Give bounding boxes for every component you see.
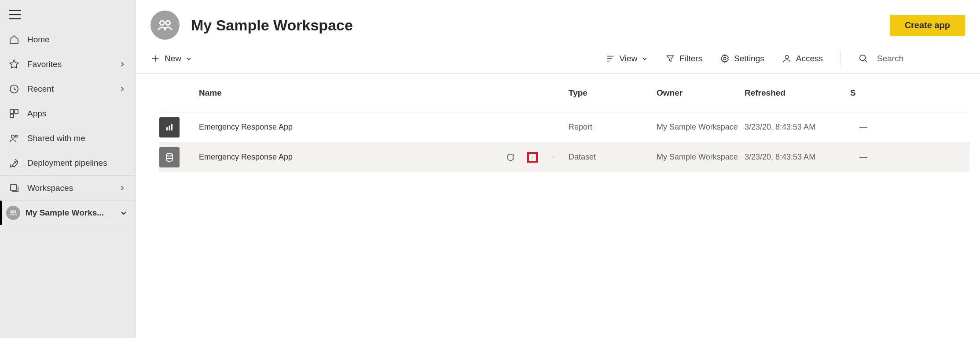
cell-refreshed: 3/23/20, 8:43:53 AM bbox=[745, 123, 850, 132]
svg-point-23 bbox=[553, 156, 554, 156]
filters-label: Filters bbox=[679, 54, 702, 63]
home-icon bbox=[9, 34, 19, 45]
cell-name: Emergency Response App bbox=[199, 152, 410, 162]
svg-rect-6 bbox=[10, 114, 14, 118]
svg-point-21 bbox=[166, 153, 173, 156]
view-label: View bbox=[620, 54, 638, 63]
access-button[interactable]: Access bbox=[782, 54, 823, 63]
current-workspace[interactable]: My Sample Works... bbox=[0, 201, 135, 225]
col-refreshed[interactable]: Refreshed bbox=[745, 88, 850, 98]
workspace-avatar-icon bbox=[150, 11, 180, 40]
svg-point-11 bbox=[11, 211, 13, 213]
divider bbox=[841, 51, 841, 66]
col-owner[interactable]: Owner bbox=[657, 88, 745, 98]
access-label: Access bbox=[796, 54, 823, 63]
svg-point-7 bbox=[11, 135, 15, 138]
nav-workspaces[interactable]: Workspaces bbox=[0, 176, 135, 201]
chevron-right-icon bbox=[119, 86, 126, 92]
chevron-right-icon bbox=[119, 61, 126, 67]
rocket-icon bbox=[9, 158, 19, 168]
person-icon bbox=[782, 54, 792, 63]
search-box[interactable] bbox=[859, 54, 965, 63]
schedule-refresh-button[interactable] bbox=[527, 152, 538, 163]
page-title: My Sample Workspace bbox=[191, 17, 878, 34]
svg-rect-19 bbox=[169, 126, 170, 130]
svg-point-24 bbox=[553, 157, 554, 157]
view-button[interactable]: View bbox=[606, 54, 648, 63]
nav-deployment[interactable]: Deployment pipelines bbox=[0, 151, 135, 175]
nav-shared[interactable]: Shared with me bbox=[0, 126, 135, 151]
nav-label: Apps bbox=[27, 109, 126, 119]
nav-label: Recent bbox=[27, 84, 111, 94]
more-vertical-icon bbox=[553, 152, 556, 162]
svg-point-13 bbox=[160, 21, 164, 25]
people-icon bbox=[9, 133, 19, 144]
nav-label: Workspaces bbox=[27, 183, 111, 193]
cell-type: Dataset bbox=[569, 152, 657, 162]
nav-label: Deployment pipelines bbox=[27, 158, 126, 168]
search-input[interactable] bbox=[877, 54, 965, 63]
dataset-icon bbox=[159, 147, 180, 167]
clock-icon bbox=[9, 84, 19, 94]
hamburger-icon bbox=[9, 10, 21, 19]
apps-icon bbox=[9, 108, 19, 119]
cell-sensitivity: — bbox=[850, 123, 877, 132]
settings-button[interactable]: Settings bbox=[720, 54, 764, 63]
cell-type: Report bbox=[569, 123, 657, 132]
workspaces-icon bbox=[9, 183, 19, 193]
svg-point-12 bbox=[14, 211, 16, 213]
filters-button[interactable]: Filters bbox=[665, 54, 702, 63]
workspace-header: My Sample Workspace Create app bbox=[136, 0, 980, 44]
svg-rect-20 bbox=[171, 124, 173, 130]
current-workspace-label: My Sample Works... bbox=[26, 208, 115, 218]
chevron-down-icon bbox=[120, 209, 127, 216]
col-name[interactable]: Name bbox=[199, 88, 569, 98]
refresh-icon bbox=[506, 152, 515, 162]
svg-point-14 bbox=[166, 21, 170, 25]
nav-favorites[interactable]: Favorites bbox=[0, 52, 135, 77]
more-options-button[interactable] bbox=[549, 152, 560, 163]
col-sensitivity[interactable]: S bbox=[850, 88, 877, 98]
refresh-now-button[interactable] bbox=[505, 152, 516, 163]
cell-sensitivity: — bbox=[850, 152, 877, 162]
col-type[interactable]: Type bbox=[569, 88, 657, 98]
cell-refreshed: 3/23/20, 8:43:53 AM bbox=[745, 152, 850, 162]
table-row[interactable]: Emergency Response App Dataset My Sample… bbox=[159, 142, 969, 172]
chevron-down-icon bbox=[642, 56, 648, 62]
content-table: Name Type Owner Refreshed S Emergency Re… bbox=[136, 74, 980, 172]
schedule-refresh-icon bbox=[532, 152, 533, 162]
svg-point-17 bbox=[860, 55, 866, 61]
cell-name: Emergency Response App bbox=[199, 123, 410, 132]
nav-label: Home bbox=[27, 35, 126, 45]
sidebar: Home Favorites Recent Apps Shared with m… bbox=[0, 0, 136, 338]
nav-apps[interactable]: Apps bbox=[0, 101, 135, 126]
settings-label: Settings bbox=[734, 54, 764, 63]
svg-rect-5 bbox=[15, 110, 18, 113]
chevron-down-icon bbox=[186, 56, 192, 62]
svg-point-15 bbox=[723, 57, 726, 60]
nav-home[interactable]: Home bbox=[0, 27, 135, 52]
svg-rect-10 bbox=[11, 185, 16, 190]
table-row[interactable]: Emergency Response App Report My Sample … bbox=[159, 112, 969, 142]
table-header: Name Type Owner Refreshed S bbox=[159, 74, 969, 112]
new-button[interactable]: New bbox=[150, 54, 192, 63]
toolbar: New View Filters Settings Access bbox=[136, 44, 980, 74]
plus-icon bbox=[150, 54, 160, 63]
svg-rect-4 bbox=[10, 110, 14, 113]
workspace-avatar-icon bbox=[6, 206, 20, 220]
nav-label: Favorites bbox=[27, 59, 111, 69]
svg-point-8 bbox=[15, 135, 18, 137]
svg-point-25 bbox=[553, 158, 554, 158]
nav-recent[interactable]: Recent bbox=[0, 77, 135, 101]
cell-owner: My Sample Workspace bbox=[657, 152, 745, 162]
cell-owner: My Sample Workspace bbox=[657, 123, 745, 132]
create-app-button[interactable]: Create app bbox=[890, 15, 965, 36]
search-icon bbox=[859, 54, 868, 63]
row-actions bbox=[410, 152, 569, 163]
report-icon bbox=[159, 117, 180, 137]
new-label: New bbox=[165, 54, 181, 63]
main: My Sample Workspace Create app New View … bbox=[136, 0, 980, 338]
hamburger-menu[interactable] bbox=[0, 4, 135, 27]
chevron-right-icon bbox=[119, 185, 126, 191]
star-icon bbox=[9, 59, 19, 70]
